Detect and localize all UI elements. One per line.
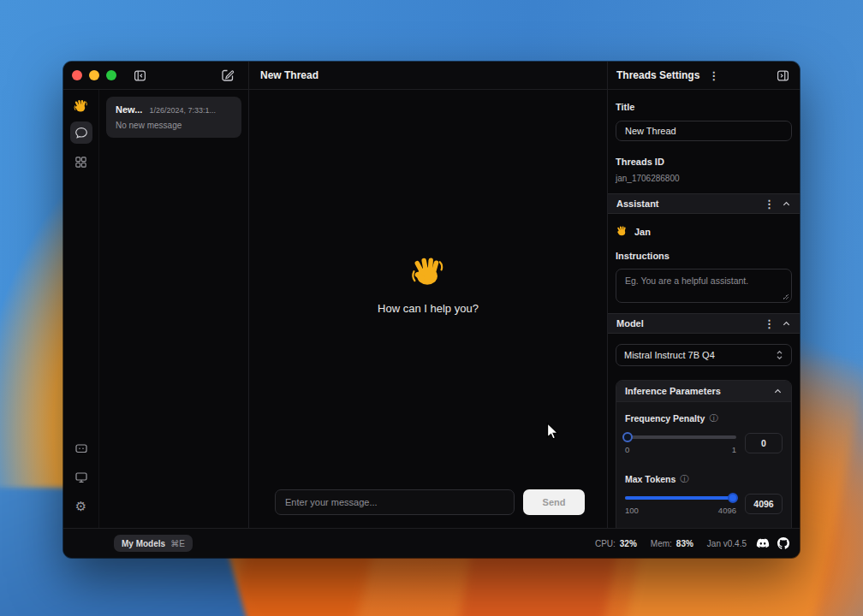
grid-icon (74, 156, 87, 169)
max-tokens-value[interactable]: 4096 (745, 494, 783, 514)
icon-rail: ⚙ (63, 90, 98, 528)
github-icon[interactable] (777, 537, 789, 549)
instructions-label: Instructions (616, 251, 792, 261)
monitor-icon (74, 471, 88, 484)
frequency-penalty-value[interactable]: 0 (745, 433, 783, 453)
instructions-placeholder: Eg. You are a helpful assistant. (625, 275, 748, 286)
slider-thumb[interactable] (622, 432, 633, 442)
threads-id-value: jan_1706286800 (616, 174, 792, 183)
my-models-button[interactable]: My Models ⌘E (114, 535, 193, 552)
thread-list: New... 1/26/2024, 7:33:1... No new messa… (98, 90, 248, 528)
slider-min-label: 100 (625, 506, 639, 515)
send-button[interactable]: Send (523, 489, 585, 515)
assistant-identity: Jan (608, 214, 800, 238)
assistant-name: Jan (634, 227, 651, 237)
chevron-up-icon (773, 387, 783, 396)
right-panel-header: Threads Settings ⋮ (607, 62, 800, 89)
model-header-label: Model (616, 318, 644, 329)
message-input-row: Send (275, 489, 585, 515)
jan-logo-wave-icon (73, 98, 89, 115)
thread-item-title: New... (116, 104, 142, 115)
frequency-penalty-slider[interactable] (625, 435, 736, 439)
inference-parameters-header[interactable]: Inference Parameters (616, 381, 791, 402)
thread-list-item[interactable]: New... 1/26/2024, 7:33:1... No new messa… (106, 97, 241, 138)
cpu-label: CPU: (595, 539, 616, 548)
assistant-wave-icon (616, 225, 628, 238)
resize-handle-icon[interactable] (783, 293, 789, 299)
thread-item-timestamp: 1/26/2024, 7:33:1... (149, 106, 216, 115)
tab-hub[interactable] (70, 151, 92, 173)
traffic-minimize-button[interactable] (89, 70, 99, 80)
frequency-penalty-label: Frequency Penalty (625, 413, 705, 424)
threads-settings-menu-icon[interactable]: ⋮ (705, 70, 723, 81)
status-bar: My Models ⌘E CPU: 32% Mem: 83% Jan v0.4.… (63, 528, 800, 558)
tab-chat[interactable] (70, 121, 92, 144)
gear-icon: ⚙ (75, 499, 86, 514)
desktop-wallpaper: New Thread Threads Settings ⋮ (0, 0, 863, 616)
thread-title: New Thread (260, 69, 318, 81)
threads-settings-panel: Title Threads ID jan_1706286800 Assistan… (607, 90, 800, 528)
message-input[interactable] (275, 489, 515, 515)
chevron-up-icon (782, 319, 791, 329)
traffic-zoom-button[interactable] (106, 70, 116, 80)
threads-settings-title: Threads Settings (616, 69, 699, 81)
tab-settings[interactable]: ⚙ (70, 495, 92, 518)
jan-app-window: New Thread Threads Settings ⋮ (63, 62, 800, 558)
discord-icon[interactable] (756, 538, 770, 549)
select-updown-icon (776, 350, 783, 360)
assistant-section-header[interactable]: Assistant ⋮ (608, 193, 800, 214)
titlebar-left (63, 62, 248, 89)
assistant-header-label: Assistant (616, 198, 659, 209)
threads-id-label: Threads ID (616, 157, 792, 167)
traffic-close-button[interactable] (72, 70, 82, 80)
api-server-icon (74, 441, 88, 455)
chat-area: How can I help you? Send (248, 90, 607, 528)
mem-value: 83% (676, 539, 693, 548)
greeting-text: How can I help you? (249, 302, 607, 315)
param-max-tokens: Max Tokens ⓘ 100 40 (625, 473, 783, 515)
cpu-value: 32% (620, 539, 637, 548)
info-icon: ⓘ (680, 473, 688, 485)
max-tokens-label: Max Tokens (625, 474, 676, 484)
model-menu-icon[interactable]: ⋮ (760, 318, 778, 329)
slider-max-label: 1 (732, 445, 736, 454)
collapse-left-panel-icon[interactable] (132, 68, 148, 84)
model-section-header[interactable]: Model ⋮ (608, 313, 800, 334)
instructions-textarea[interactable]: Eg. You are a helpful assistant. (616, 269, 792, 303)
thread-title-input[interactable] (616, 121, 792, 141)
mem-label: Mem: (651, 539, 672, 548)
mouse-cursor (544, 422, 562, 442)
slider-min-label: 0 (625, 445, 629, 454)
new-thread-compose-icon[interactable] (219, 67, 236, 84)
system-stats: CPU: 32% Mem: 83% Jan v0.4.5 (595, 537, 789, 549)
param-frequency-penalty: Frequency Penalty ⓘ 0 (625, 412, 783, 454)
tab-system-monitor[interactable] (70, 466, 92, 489)
model-selected-value: Mistral Instruct 7B Q4 (624, 350, 715, 360)
inference-parameters-card: Inference Parameters Frequency Penalty ⓘ (616, 380, 792, 528)
empty-thread-greeting: How can I help you? (249, 254, 607, 315)
titlebar: New Thread Threads Settings ⋮ (63, 62, 800, 90)
my-models-shortcut: ⌘E (170, 539, 185, 548)
inference-header-label: Inference Parameters (625, 386, 721, 396)
window-content: ⚙ New... 1/26/2024, 7:33:1... No new mes… (63, 90, 800, 528)
max-tokens-slider[interactable] (625, 496, 736, 500)
title-label: Title (616, 102, 792, 112)
assistant-menu-icon[interactable]: ⋮ (760, 198, 778, 210)
tab-local-api-server[interactable] (70, 437, 92, 459)
model-select[interactable]: Mistral Instruct 7B Q4 (616, 344, 792, 366)
slider-max-label: 4096 (718, 506, 736, 515)
app-version: Jan v0.4.5 (707, 539, 747, 548)
info-icon: ⓘ (709, 412, 717, 424)
my-models-label: My Models (122, 539, 165, 548)
thread-item-preview: No new message (116, 121, 232, 130)
chevron-up-icon (782, 199, 791, 209)
collapse-right-panel-icon[interactable] (775, 68, 791, 84)
main-header: New Thread (248, 62, 607, 89)
slider-thumb[interactable] (728, 493, 738, 503)
wave-emoji (409, 254, 447, 292)
chat-bubble-icon (74, 126, 88, 139)
